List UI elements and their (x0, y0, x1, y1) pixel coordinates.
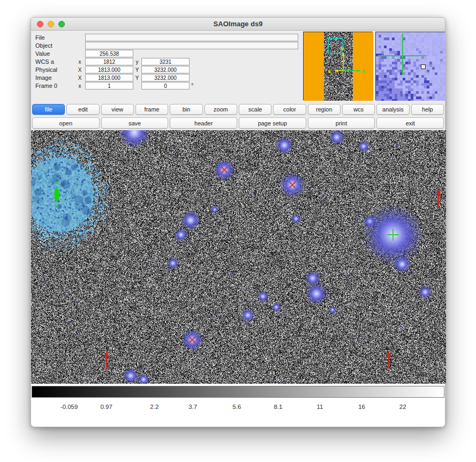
maximize-button[interactable] (58, 21, 65, 27)
image-x-input[interactable] (85, 74, 133, 81)
menu-edit-button[interactable]: edit (66, 104, 99, 115)
magnifier[interactable] (375, 32, 445, 100)
object-input[interactable] (85, 42, 298, 49)
colorbar-tick-label: 2.2 (150, 404, 158, 410)
physical-label: Physical (35, 66, 57, 73)
colorbar-ticks: -0.0590.972.23.75.68.1111622 (31, 404, 445, 412)
frame-zoom-input[interactable] (85, 82, 133, 90)
colorbar-tick-label: 16 (358, 404, 365, 410)
file-submenu-bar: opensaveheaderpage setupprintexit (32, 117, 444, 129)
colorbar-tick-label: 0.97 (100, 404, 112, 410)
menu-color-button[interactable]: color (273, 104, 306, 115)
physical-x-label: X (76, 67, 84, 73)
image-y-label: Y (133, 75, 141, 81)
traffic-lights (37, 21, 65, 27)
ds9-window: SAOImage ds9 File Object Value WCS a x y… (31, 17, 445, 427)
value-input[interactable] (85, 50, 133, 57)
panner-canvas[interactable] (304, 32, 373, 101)
info-panel: File Object Value WCS a x y Physical X Y… (31, 31, 445, 104)
menu-open-button[interactable]: open (32, 117, 100, 129)
wcs-label: WCS a (35, 58, 54, 65)
colorbar-tick-label: 3.7 (188, 404, 197, 410)
wcs-y-input[interactable] (141, 58, 190, 65)
colorbar-section: -0.0590.972.23.75.68.1111622 (31, 384, 445, 427)
wcs-x-label: x (76, 59, 84, 65)
wcs-y-label: y (133, 59, 141, 65)
colorbar[interactable] (32, 386, 444, 398)
physical-y-label: Y (133, 67, 141, 73)
degree-unit-label: ° (191, 82, 193, 88)
colorbar-tick-label: 11 (317, 404, 323, 410)
image-x-label: X (76, 75, 84, 81)
wcs-x-input[interactable] (85, 58, 133, 65)
menu-bar: fileeditviewframebinzoomscalecolorregion… (32, 104, 444, 115)
value-label: Value (35, 50, 50, 57)
menu-scale-button[interactable]: scale (239, 104, 271, 115)
physical-x-input[interactable] (85, 66, 133, 73)
menu-header-button[interactable]: header (170, 117, 237, 129)
menu-zoom-button[interactable]: zoom (205, 104, 237, 115)
image-y-input[interactable] (141, 74, 190, 81)
colorbar-tick-label: 8.1 (274, 404, 282, 410)
colorbar-tick-label: -0.059 (61, 404, 78, 410)
colorbar-tick-label: 22 (399, 404, 406, 410)
frame-x-label: x (76, 83, 84, 89)
minimize-button[interactable] (48, 21, 54, 27)
menu-help-button[interactable]: help (411, 104, 444, 115)
menu-print-button[interactable]: print (308, 117, 375, 129)
close-button[interactable] (37, 21, 43, 27)
physical-y-input[interactable] (141, 66, 190, 73)
file-label: File (35, 34, 45, 41)
titlebar[interactable]: SAOImage ds9 (31, 18, 445, 31)
menu-region-button[interactable]: region (308, 104, 341, 115)
menu-analysis-button[interactable]: analysis (376, 104, 409, 115)
object-label: Object (35, 42, 52, 49)
menu-exit-button[interactable]: exit (376, 117, 444, 129)
window-title: SAOImage ds9 (31, 18, 445, 31)
file-input[interactable] (85, 34, 298, 41)
menu-page-setup-button[interactable]: page setup (239, 117, 306, 129)
menu-file-button[interactable]: file (32, 104, 65, 115)
menu-view-button[interactable]: view (101, 104, 134, 115)
menu-frame-button[interactable]: frame (135, 104, 168, 115)
menu-save-button[interactable]: save (101, 117, 169, 129)
frame-label: Frame 0 (35, 83, 57, 89)
image-label: Image (35, 74, 52, 81)
image-display[interactable] (31, 130, 446, 384)
panner[interactable] (303, 32, 373, 100)
magnifier-canvas[interactable] (376, 32, 445, 101)
colorbar-tick-label: 5.6 (232, 404, 241, 410)
menu-bin-button[interactable]: bin (170, 104, 202, 115)
frame-rotation-input[interactable] (141, 82, 190, 90)
menu-wcs-button[interactable]: wcs (342, 104, 375, 115)
